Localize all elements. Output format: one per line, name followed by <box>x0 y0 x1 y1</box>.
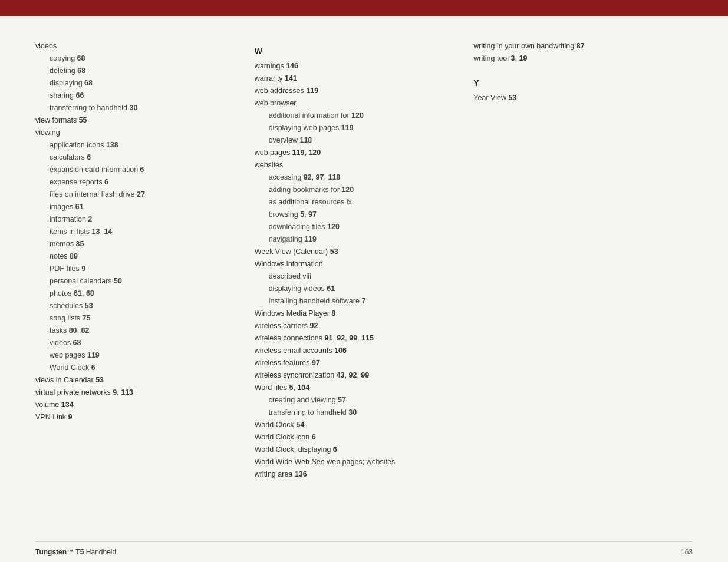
index-entry: web browser <box>255 97 456 109</box>
index-entry: photos 61, 68 <box>35 287 237 299</box>
index-entry: information 2 <box>35 213 237 225</box>
index-entry: creating and viewing 57 <box>255 394 456 406</box>
index-entry: browsing 5, 97 <box>255 209 456 220</box>
index-entry: as additional resources ix <box>255 196 456 208</box>
index-entry: Windows information <box>255 258 456 270</box>
index-entry: sharing 66 <box>35 90 237 101</box>
index-entry: view formats 55 <box>35 114 237 126</box>
index-entry: song lists 75 <box>35 312 237 324</box>
footer-page-number: 163 <box>681 548 693 556</box>
top-bar <box>0 0 728 16</box>
col-3: writing in your own handwriting 87writin… <box>473 40 693 541</box>
index-entry: displaying 68 <box>35 77 237 89</box>
index-entry: displaying videos 61 <box>255 283 456 295</box>
index-entry: tasks 80, 82 <box>35 325 237 336</box>
index-entry: transferring to handheld 30 <box>255 406 456 418</box>
index-entry: adding bookmarks for 120 <box>255 184 456 196</box>
brand-text: Tungsten™ T5 <box>35 548 84 556</box>
page-content: videoscopying 68deleting 68displaying 68… <box>0 16 728 562</box>
index-entry: schedules 53 <box>35 300 237 312</box>
index-entry: wireless email accounts 106 <box>255 345 456 356</box>
index-entry: warnings 146 <box>255 60 456 72</box>
index-entry: images 61 <box>35 201 237 213</box>
index-entry: files on internal flash drive 27 <box>35 189 237 200</box>
index-entry: writing tool 3, 19 <box>473 52 675 64</box>
index-entry: PDF files 9 <box>35 263 237 275</box>
index-entry: downloading files 120 <box>255 221 456 233</box>
index-entry: expansion card information 6 <box>35 164 237 176</box>
index-entry: virtual private networks 9, 113 <box>35 386 237 398</box>
index-entry: calculators 6 <box>35 151 237 163</box>
index-entry: videos 68 <box>35 337 237 349</box>
col-1: videoscopying 68deleting 68displaying 68… <box>35 40 255 541</box>
index-entry: memos 85 <box>35 238 237 250</box>
page-footer: Tungsten™ T5 Handheld 163 <box>35 541 693 562</box>
index-entry: W <box>255 45 456 58</box>
index-entry: World Wide Web See web pages; websites <box>255 456 456 468</box>
index-entry: World Clock 54 <box>255 419 456 431</box>
index-entry: volume 134 <box>35 399 237 411</box>
index-entry: overview 118 <box>255 134 456 146</box>
index-entry: copying 68 <box>35 52 237 64</box>
index-entry: writing area 136 <box>255 468 456 480</box>
index-entry: deleting 68 <box>35 65 237 77</box>
index-entry: websites <box>255 159 456 171</box>
index-entry: viewing <box>35 127 237 138</box>
index-entry: World Clock, displaying 6 <box>255 444 456 455</box>
index-entry: warranty 141 <box>255 72 456 84</box>
index-entry: Year View 53 <box>473 92 675 104</box>
index-entry: World Clock icon 6 <box>255 431 456 443</box>
index-entry: navigating 119 <box>255 233 456 245</box>
index-entry: Windows Media Player 8 <box>255 308 456 319</box>
index-entry: accessing 92, 97, 118 <box>255 171 456 183</box>
index-entry: writing in your own handwriting 87 <box>473 40 675 52</box>
index-entry: personal calendars 50 <box>35 275 237 287</box>
index-entry: Y <box>473 77 675 90</box>
index-entry: wireless synchronization 43, 92, 99 <box>255 369 456 381</box>
brand-suffix: Handheld <box>84 548 116 556</box>
index-entry: expense reports 6 <box>35 176 237 188</box>
index-entry: VPN Link 9 <box>35 411 237 423</box>
index-entry: videos <box>35 40 237 52</box>
index-entry: items in lists 13, 14 <box>35 226 237 237</box>
index-entry: Word files 5, 104 <box>255 382 456 394</box>
footer-brand: Tungsten™ T5 Handheld <box>35 548 116 556</box>
index-entry: installing handheld software 7 <box>255 295 456 307</box>
index-entry: displaying web pages 119 <box>255 122 456 134</box>
index-entry: wireless carriers 92 <box>255 320 456 332</box>
index-entry: application icons 138 <box>35 139 237 151</box>
index-entry: transferring to handheld 30 <box>35 102 237 114</box>
index-entry: web pages 119 <box>35 349 237 361</box>
index-entry: wireless connections 91, 92, 99, 115 <box>255 332 456 344</box>
index-entry: Week View (Calendar) 53 <box>255 246 456 257</box>
index-entry: web pages 119, 120 <box>255 147 456 158</box>
index-entry: additional information for 120 <box>255 110 456 121</box>
index-entry: World Clock 6 <box>35 362 237 373</box>
index-entry: described viii <box>255 270 456 282</box>
col-2: Wwarnings 146warranty 141web addresses 1… <box>255 40 474 541</box>
index-entry <box>473 65 675 72</box>
index-entry: wireless features 97 <box>255 357 456 369</box>
index-entry: views in Calendar 53 <box>35 374 237 386</box>
index-entry: notes 89 <box>35 250 237 262</box>
index-entry: web addresses 119 <box>255 85 456 97</box>
index-body: videoscopying 68deleting 68displaying 68… <box>35 16 693 541</box>
